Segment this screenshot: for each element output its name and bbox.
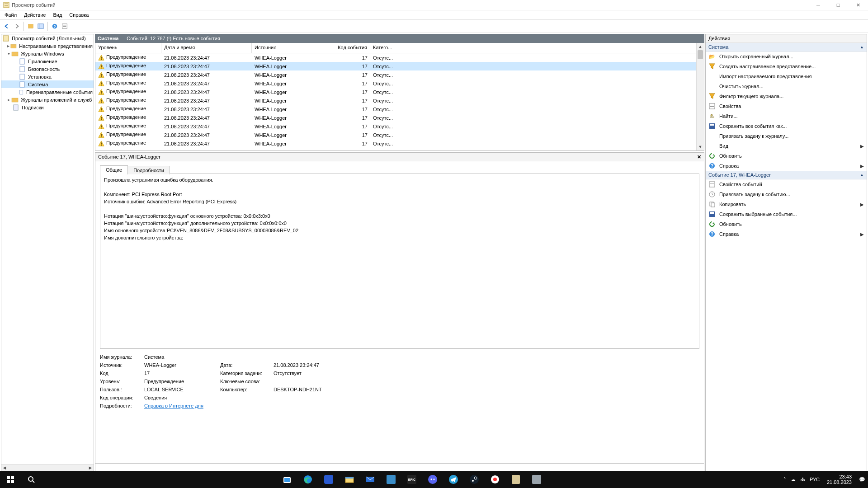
tab-details[interactable]: Подробности (127, 166, 170, 174)
taskbar-app-generic1[interactable] (318, 471, 339, 488)
menu-view[interactable]: Вид (49, 11, 66, 19)
tray-network-icon[interactable]: 🖧 (800, 477, 805, 482)
event-row[interactable]: Предупреждение21.08.2023 23:24:47WHEA-Lo… (95, 70, 696, 79)
action-event-attach-task[interactable]: Привязать задачу к событию... (706, 189, 867, 199)
event-row[interactable]: Предупреждение21.08.2023 23:24:47WHEA-Lo… (95, 105, 696, 113)
tree-custom-views[interactable]: ▸Настраиваемые представления (1, 42, 94, 50)
menu-help[interactable]: Справка (66, 11, 92, 19)
warning-icon (98, 98, 104, 104)
tree-log-forwarded[interactable]: Перенаправленные события (1, 88, 94, 96)
col-source[interactable]: Источник (252, 43, 333, 53)
action-refresh-event[interactable]: Обновить (706, 219, 867, 229)
action-import-custom-view[interactable]: Импорт настраиваемого представления (706, 71, 867, 81)
find-icon (708, 113, 716, 120)
action-create-custom-view[interactable]: Создать настраиваемое представление... (706, 61, 867, 71)
taskbar-app-eventviewer[interactable] (526, 471, 547, 488)
center-bottom-scrollbar[interactable] (95, 464, 704, 471)
col-level[interactable]: Уровень (95, 43, 161, 53)
taskbar-app-generic3[interactable] (505, 471, 526, 488)
actions-section-system[interactable]: Система▲ (706, 43, 867, 52)
menu-file[interactable]: Файл (1, 11, 20, 19)
taskbar-app-telegram[interactable] (443, 471, 464, 488)
online-help-link[interactable]: Справка в Интернете для (144, 403, 203, 408)
section-collapse-icon[interactable]: ▲ (860, 173, 864, 177)
tree-root[interactable]: Просмотр событий (Локальный) (1, 34, 94, 42)
taskbar-app-generic2[interactable] (381, 471, 401, 488)
taskbar-app-discord[interactable] (422, 471, 443, 488)
tree-horizontal-scrollbar[interactable]: ◄► (1, 464, 94, 471)
event-description[interactable]: Произошла устранимая ошибка оборудования… (100, 174, 699, 349)
action-save-selected[interactable]: Сохранить выбранные события... (706, 209, 867, 219)
help-button[interactable]: ? (50, 21, 60, 31)
tray-cloud-icon[interactable]: ☁ (791, 477, 796, 483)
event-row[interactable]: Предупреждение21.08.2023 23:24:47WHEA-Lo… (95, 79, 696, 88)
taskbar-app-explorer[interactable] (339, 471, 360, 488)
tray-language[interactable]: РУС (810, 477, 820, 482)
grid-header[interactable]: Уровень Дата и время Источник Код событи… (95, 43, 696, 53)
action-properties[interactable]: Свойства (706, 101, 867, 111)
event-row[interactable]: Предупреждение21.08.2023 23:24:47WHEA-Lo… (95, 131, 696, 139)
tree-windows-logs[interactable]: ▾Журналы Windows (1, 50, 94, 57)
tray-notifications-icon[interactable]: 💬 (859, 477, 865, 483)
action-help-event[interactable]: ?Справка▶ (706, 229, 867, 239)
tree-app-service-logs[interactable]: ▸Журналы приложений и служб (1, 96, 94, 103)
tray-clock[interactable]: 23:43 21.08.2023 (824, 474, 854, 485)
action-attach-task[interactable]: Привязать задачу к журналу... (706, 131, 867, 141)
svg-rect-9 (63, 25, 66, 25)
event-row[interactable]: Предупреждение21.08.2023 23:24:47WHEA-Lo… (95, 62, 696, 70)
taskbar-app-epic[interactable]: EPIC (401, 471, 422, 488)
nav-forward-button[interactable] (12, 21, 22, 31)
maximize-button[interactable]: □ (828, 0, 848, 10)
event-row[interactable]: Предупреждение21.08.2023 23:24:47WHEA-Lo… (95, 122, 696, 131)
tree-log-security[interactable]: Безопасность (1, 65, 94, 73)
taskbar-app-edge[interactable] (297, 471, 318, 488)
action-event-properties[interactable]: Свойства событий (706, 179, 867, 189)
event-row[interactable]: Предупреждение21.08.2023 23:24:47WHEA-Lo… (95, 139, 696, 148)
tree-log-setup[interactable]: Установка (1, 73, 94, 80)
col-category[interactable]: Катего... (370, 43, 696, 53)
col-code[interactable]: Код события (333, 43, 370, 53)
action-copy[interactable]: Копировать▶ (706, 199, 867, 209)
tree-subscriptions[interactable]: Подписки (1, 103, 94, 111)
taskbar-app-steam[interactable] (464, 471, 485, 488)
svg-rect-13 (12, 52, 18, 56)
action-open-saved-log[interactable]: 📂Открыть сохраненный журнал... (706, 52, 867, 61)
action-refresh[interactable]: Обновить (706, 151, 867, 161)
grid-vertical-scrollbar[interactable]: ▲▼ (696, 43, 704, 150)
system-tray[interactable]: ˄ ☁ 🖧 РУС 23:43 21.08.2023 💬 (781, 474, 868, 485)
event-row[interactable]: Предупреждение21.08.2023 23:24:47WHEA-Lo… (95, 113, 696, 122)
taskbar[interactable]: EPIC ˄ ☁ 🖧 РУС 23:43 21.08.2023 💬 (0, 471, 868, 488)
action-find[interactable]: Найти... (706, 111, 867, 121)
detail-close-button[interactable]: ✕ (697, 154, 701, 160)
menu-action[interactable]: Действие (20, 11, 49, 19)
nav-back-button[interactable] (2, 21, 12, 31)
action-help[interactable]: ?Справка▶ (706, 161, 867, 171)
tree-log-application[interactable]: Приложение (1, 57, 94, 65)
action-save-all[interactable]: Сохранить все события как... (706, 121, 867, 131)
toolbar: ? (0, 19, 868, 33)
panel-layout-button[interactable] (36, 21, 46, 31)
section-collapse-icon[interactable]: ▲ (860, 45, 864, 49)
actions-section-event[interactable]: Событие 17, WHEA-Logger▲ (706, 171, 867, 179)
event-row[interactable]: Предупреждение21.08.2023 23:24:47WHEA-Lo… (95, 88, 696, 96)
taskbar-app-mail[interactable] (360, 471, 381, 488)
svg-rect-20 (14, 105, 18, 110)
show-tree-button[interactable] (26, 21, 36, 31)
action-clear-log[interactable]: Очистить журнал... (706, 81, 867, 91)
properties-button[interactable] (60, 21, 70, 31)
navigation-tree[interactable]: Просмотр событий (Локальный) ▸Настраивае… (1, 34, 94, 471)
tray-overflow-icon[interactable]: ˄ (783, 477, 786, 483)
action-filter-log[interactable]: Фильтр текущего журнала... (706, 91, 867, 101)
start-button[interactable] (0, 471, 21, 488)
search-button[interactable] (21, 471, 42, 488)
taskbar-app-yandex[interactable] (485, 471, 505, 488)
tab-general[interactable]: Общие (100, 165, 128, 174)
action-view[interactable]: Вид▶ (706, 141, 867, 151)
taskbar-app-store[interactable] (277, 471, 297, 488)
close-button[interactable]: ✕ (848, 0, 868, 10)
tree-log-system[interactable]: Система (1, 80, 94, 88)
event-row[interactable]: Предупреждение21.08.2023 23:24:47WHEA-Lo… (95, 96, 696, 105)
minimize-button[interactable]: ─ (808, 0, 828, 10)
event-row[interactable]: Предупреждение21.08.2023 23:24:47WHEA-Lo… (95, 53, 696, 62)
col-datetime[interactable]: Дата и время (161, 43, 252, 53)
